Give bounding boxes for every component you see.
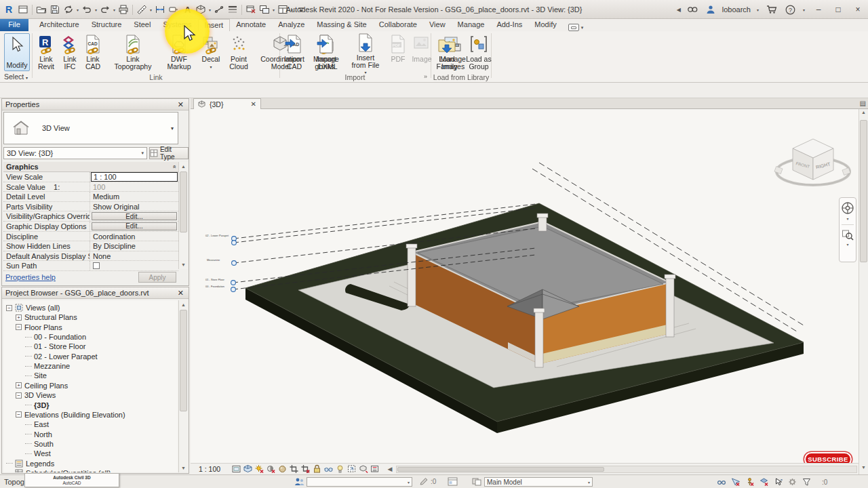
displaced-elements-icon[interactable]	[358, 464, 368, 474]
close-button[interactable]: ×	[850, 5, 865, 14]
tree-expander-icon[interactable]: +	[16, 314, 22, 321]
type-selector-caret-icon[interactable]: ▾	[171, 125, 174, 131]
point-cloud-button[interactable]: PointCloud	[225, 33, 252, 73]
view-tab-3d[interactable]: {3D} ✕	[193, 98, 261, 109]
import-cad-button[interactable]: CADImportCAD	[281, 33, 308, 73]
property-value[interactable]: By Discipline	[90, 241, 178, 251]
vertical-scrollbar[interactable]: ▲ ▼	[859, 109, 868, 474]
tab-modify[interactable]: Modify	[528, 19, 562, 31]
property-value[interactable]	[90, 261, 178, 270]
properties-help-link[interactable]: Properties help	[5, 273, 56, 281]
worksharing-display-icon[interactable]	[448, 477, 458, 486]
property-value[interactable]: 100	[90, 182, 178, 192]
temporary-view-properties-icon[interactable]	[347, 464, 357, 474]
tree-expander-icon[interactable]: −	[16, 411, 22, 418]
zoom-menu-caret-icon[interactable]: ▾	[846, 242, 848, 247]
select-links-icon[interactable]	[730, 477, 741, 488]
tree-item-mezzanine[interactable]: Mezzanine	[25, 361, 70, 371]
properties-close-icon[interactable]: ✕	[176, 100, 185, 109]
tree-item-views-all-[interactable]: −Views (all)	[6, 303, 60, 312]
tab-structure[interactable]: Structure	[85, 19, 128, 31]
level-markers[interactable]: 02 - Lower Parapet Mezzanine 01 - Store …	[205, 234, 236, 291]
steering-wheel-icon[interactable]	[841, 201, 854, 215]
edit-button[interactable]: Edit...	[92, 212, 177, 220]
tree-item-legends[interactable]: Legends	[6, 459, 54, 468]
tree-expander-icon[interactable]: −	[6, 305, 12, 311]
ribbon-display-toggle[interactable]: ▾	[568, 24, 584, 31]
active-workset-combo[interactable]: ▾	[307, 477, 412, 487]
maximize-button[interactable]: □	[831, 5, 846, 14]
edit-button[interactable]: Edit...	[92, 222, 177, 230]
model-viewport[interactable]: 02 - Lower Parapet Mezzanine 01 - Store …	[191, 109, 859, 463]
tree-item-3d-views[interactable]: −3D Views	[16, 390, 56, 400]
property-value[interactable]: Edit...	[90, 211, 178, 221]
design-options-icon[interactable]	[472, 477, 481, 486]
design-option-combo[interactable]: Main Model▾	[484, 477, 593, 487]
navigation-bar[interactable]: ▾ ▾	[839, 197, 856, 262]
property-value[interactable]: 1 : 100	[90, 172, 178, 182]
redo-icon[interactable]	[98, 3, 112, 16]
tree-item-north[interactable]: North	[25, 430, 52, 439]
tab-collaborate[interactable]: Collaborate	[373, 19, 423, 31]
properties-header[interactable]: Properties ✕	[2, 99, 189, 110]
project-browser-close-icon[interactable]: ✕	[176, 289, 185, 298]
panel-launcher-icon[interactable]: »	[424, 73, 427, 80]
tree-item-east[interactable]: East	[25, 420, 49, 429]
tree-expander-icon[interactable]: −	[16, 392, 22, 399]
search-icon[interactable]	[686, 3, 699, 16]
load-family-button[interactable]: LoadFamily	[432, 33, 462, 73]
modify-button[interactable]: Modify	[4, 33, 30, 71]
open-icon[interactable]	[35, 3, 48, 16]
panel-label-load-from-library[interactable]: Load from Library	[432, 73, 490, 82]
tree-expander-icon[interactable]: −	[16, 324, 22, 330]
view-scale-control[interactable]: 1 : 100	[199, 465, 231, 473]
show-crop-region-icon[interactable]	[300, 464, 311, 474]
revit-logo-icon[interactable]: R	[3, 3, 16, 16]
property-value[interactable]: Medium	[90, 192, 178, 201]
sync-icon[interactable]	[62, 3, 75, 16]
tab-analyze[interactable]: Analyze	[272, 19, 311, 31]
model-3d-view[interactable]: 02 - Lower Parapet Mezzanine 01 - Store …	[191, 109, 859, 463]
reveal-hidden-elements-icon[interactable]	[335, 464, 345, 474]
editable-only-icon[interactable]	[716, 477, 726, 488]
select-pinned-icon[interactable]	[745, 477, 755, 488]
drag-on-selection-icon[interactable]	[773, 477, 783, 488]
type-selector[interactable]: 3D View ▾	[3, 112, 178, 144]
property-value[interactable]: None	[90, 251, 178, 261]
detail-level-icon[interactable]	[231, 464, 241, 474]
select-by-face-icon[interactable]	[759, 477, 769, 488]
view-tab-list-icon[interactable]: ▤	[860, 100, 866, 107]
measure-icon[interactable]	[135, 3, 149, 16]
lock-3d-view-icon[interactable]	[312, 464, 322, 474]
rendering-icon[interactable]	[277, 464, 288, 474]
app-store-cart-icon[interactable]	[765, 3, 778, 16]
tab-architecture[interactable]: Architecture	[33, 19, 85, 31]
properties-scrollbar[interactable]: ▲▼	[178, 162, 188, 269]
editing-requests-indicator[interactable]: :0	[419, 477, 436, 486]
hscroll-left-arrow-icon[interactable]: ◀	[385, 466, 395, 472]
project-browser-header[interactable]: Project Browser - GSG_06_place_doors.rvt…	[2, 287, 189, 299]
link-cad-button[interactable]: CADLinkCAD	[81, 33, 104, 73]
horizontal-scrollbar[interactable]	[396, 466, 857, 473]
select-panel-label[interactable]: Select ▾	[4, 73, 31, 81]
property-value-input[interactable]: 1 : 100	[91, 172, 178, 182]
decal-dropdown-icon[interactable]: ▾	[210, 64, 212, 71]
instance-selector-combo[interactable]: 3D View: {3D}▾	[3, 147, 147, 159]
property-value[interactable]: Edit...	[90, 222, 178, 231]
load-as-group-button[interactable]: Load asGroup	[463, 33, 494, 73]
tree-item-west[interactable]: West	[25, 449, 51, 458]
file-window-icon[interactable]	[16, 3, 30, 16]
tab-file[interactable]: File	[0, 19, 28, 31]
tab-add-ins[interactable]: Add-Ins	[490, 19, 528, 31]
print-icon[interactable]	[117, 3, 130, 16]
tree-item-02-lower-parapet[interactable]: 02 - Lower Parapet	[25, 352, 98, 361]
tab-massing-site[interactable]: Massing & Site	[311, 19, 372, 31]
tree-item-elevations-building-elevation-[interactable]: −Elevations (Building Elevation)	[16, 410, 125, 420]
undo-caret-icon[interactable]: ▾	[94, 7, 98, 12]
tree-item-floor-plans[interactable]: −Floor Plans	[16, 323, 62, 332]
crop-view-icon[interactable]	[289, 464, 299, 474]
tree-expander-icon[interactable]: +	[16, 382, 22, 388]
tree-item-site[interactable]: Site	[25, 371, 47, 380]
property-value[interactable]: Show Original	[90, 202, 178, 211]
tree-item-structural-plans[interactable]: +Structural Plans	[16, 312, 77, 322]
